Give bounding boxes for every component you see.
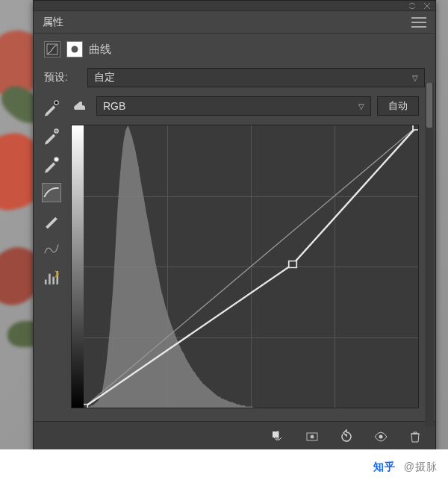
panel-menu-icon[interactable]: [411, 17, 426, 28]
panel-topbar: [34, 1, 435, 11]
chevron-down-icon: ▽: [358, 102, 364, 110]
scrollbar-thumb[interactable]: [426, 83, 432, 128]
histogram: [84, 125, 418, 408]
edit-points-icon[interactable]: [42, 183, 61, 202]
eyedropper-white-icon[interactable]: [42, 155, 61, 174]
watermark: 知乎 @摄脉: [373, 461, 438, 474]
svg-rect-7: [289, 261, 297, 268]
smooth-icon[interactable]: [42, 240, 61, 259]
collapse-icon[interactable]: [408, 2, 416, 10]
view-previous-state-icon[interactable]: [304, 429, 320, 445]
eyedropper-black-icon[interactable]: [42, 98, 61, 117]
close-icon[interactable]: [423, 2, 431, 10]
preset-dropdown[interactable]: 自定 ▽: [87, 68, 425, 87]
preset-row: 预设: 自定 ▽: [34, 62, 435, 92]
clip-to-layer-icon[interactable]: [270, 429, 286, 445]
panel-bottom-bar: [34, 421, 435, 451]
adjustment-type-row: 曲线: [34, 34, 435, 62]
visibility-icon[interactable]: [373, 429, 389, 445]
svg-point-4: [55, 158, 58, 161]
svg-point-12: [379, 434, 383, 438]
svg-point-3: [55, 129, 58, 133]
svg-rect-6: [84, 405, 87, 408]
svg-point-1: [72, 46, 78, 53]
svg-rect-8: [413, 125, 418, 130]
svg-point-11: [311, 434, 314, 438]
channel-row: RGB ▽ 自动: [34, 92, 435, 122]
eyedropper-gray-icon[interactable]: [42, 126, 61, 146]
targeted-adjustment-icon[interactable]: [71, 96, 90, 116]
output-gradient: [72, 125, 84, 408]
curve-graph[interactable]: [71, 125, 419, 408]
layer-mask-icon[interactable]: [66, 41, 83, 57]
properties-panel: 属性 曲线 预设: 自定 ▽ RGB ▽ 自动: [33, 0, 436, 452]
chevron-down-icon: ▽: [412, 74, 418, 82]
draw-curve-icon[interactable]: [42, 211, 61, 231]
panel-scrollbar[interactable]: [425, 83, 434, 426]
panel-title-bar: 属性: [34, 11, 435, 34]
curve-editor: [71, 125, 419, 418]
adjustment-type-label: 曲线: [89, 43, 111, 57]
watermark-brand: 知乎: [373, 461, 396, 473]
reset-icon[interactable]: [338, 429, 355, 445]
curve-tools-column: [40, 98, 63, 287]
svg-rect-9: [273, 431, 279, 437]
watermark-author: @摄脉: [404, 461, 438, 473]
auto-button[interactable]: 自动: [377, 96, 419, 116]
panel-title: 属性: [43, 16, 63, 29]
preset-label: 预设:: [44, 71, 81, 84]
histogram-toggle-icon[interactable]: [42, 268, 61, 287]
channel-dropdown[interactable]: RGB ▽: [96, 96, 371, 116]
trash-icon[interactable]: [407, 429, 423, 445]
svg-point-2: [55, 101, 58, 105]
curves-adjustment-icon[interactable]: [44, 41, 60, 57]
